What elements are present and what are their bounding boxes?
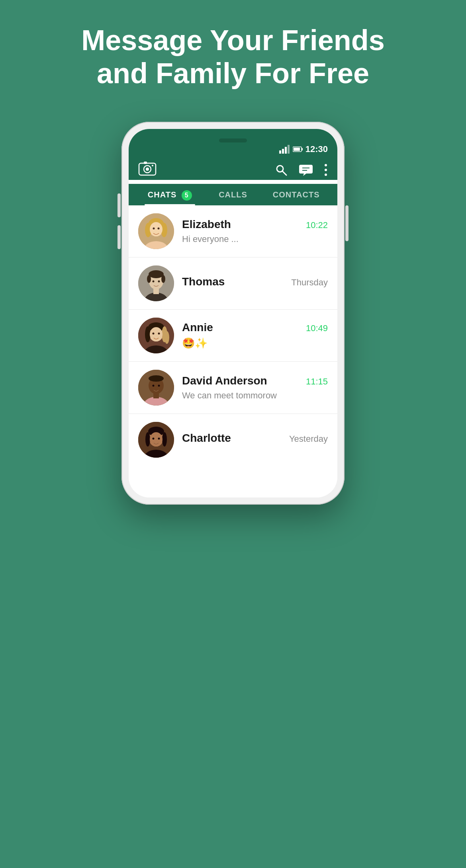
phone-screen: 12:30 xyxy=(129,129,337,497)
chat-item-elizabeth[interactable]: Elizabeth 10:22 Hi everyone ... xyxy=(129,205,337,257)
svg-point-53 xyxy=(158,384,160,386)
svg-rect-3 xyxy=(288,145,290,154)
svg-point-11 xyxy=(152,165,153,166)
svg-rect-30 xyxy=(153,289,159,294)
battery-icon xyxy=(293,146,303,152)
app-logo xyxy=(138,160,157,180)
svg-point-59 xyxy=(162,432,167,447)
svg-point-36 xyxy=(158,280,160,282)
avatar-david xyxy=(138,370,174,406)
avatar-thomas xyxy=(138,265,174,301)
chat-time: Yesterday xyxy=(289,434,328,444)
svg-line-13 xyxy=(282,171,286,175)
chat-preview: 🤩✨ xyxy=(182,337,328,349)
avatar-elizabeth xyxy=(138,213,174,249)
headline-line2: and Family For Free xyxy=(97,57,369,89)
svg-point-45 xyxy=(153,332,155,334)
chat-name: Annie xyxy=(182,321,213,334)
svg-point-27 xyxy=(158,227,160,229)
svg-point-41 xyxy=(145,326,151,342)
search-icon[interactable] xyxy=(274,163,288,177)
svg-rect-0 xyxy=(279,150,281,154)
chat-name-row: Annie 10:49 xyxy=(182,321,328,334)
svg-point-26 xyxy=(153,227,155,229)
chat-list: Elizabeth 10:22 Hi everyone ... xyxy=(129,205,337,466)
chat-preview: Hi everyone ... xyxy=(182,234,328,244)
chat-time: 11:15 xyxy=(306,376,328,387)
headline: Message Your Friends and Family For Free xyxy=(65,24,401,90)
avatar-charlotte xyxy=(138,422,174,458)
tab-calls[interactable]: CALLS xyxy=(202,184,265,205)
power-button xyxy=(345,205,349,241)
svg-point-58 xyxy=(145,432,150,447)
volume-up-button xyxy=(117,193,121,217)
svg-rect-6 xyxy=(294,148,300,151)
app-header xyxy=(129,156,337,180)
chat-info-annie: Annie 10:49 🤩✨ xyxy=(182,321,328,349)
svg-point-32 xyxy=(149,270,164,278)
chat-item-charlotte[interactable]: Charlotte Yesterday xyxy=(129,414,337,466)
chat-name: Thomas xyxy=(182,275,225,288)
chat-name-row: Elizabeth 10:22 xyxy=(182,218,328,231)
header-icons xyxy=(274,163,328,177)
svg-point-16 xyxy=(325,164,327,166)
svg-point-9 xyxy=(146,168,149,171)
signal-icon xyxy=(279,145,290,154)
chat-icon[interactable] xyxy=(299,163,313,177)
svg-point-62 xyxy=(158,437,160,439)
chat-item-annie[interactable]: Annie 10:49 🤩✨ xyxy=(129,310,337,362)
chat-info-david: David Anderson 11:15 We can meet tommoro… xyxy=(182,375,328,401)
volume-down-button xyxy=(117,225,121,249)
chat-item-thomas[interactable]: Thomas Thursday xyxy=(129,257,337,310)
avatar-annie xyxy=(138,318,174,353)
chat-name-row: David Anderson 11:15 xyxy=(182,375,328,387)
chat-name: Elizabeth xyxy=(182,218,231,231)
svg-point-18 xyxy=(325,174,327,176)
chat-preview: We can meet tommorow xyxy=(182,390,328,401)
chat-time: 10:49 xyxy=(306,323,328,334)
svg-rect-1 xyxy=(282,149,284,154)
svg-point-52 xyxy=(153,384,155,386)
svg-point-61 xyxy=(153,437,155,439)
svg-point-33 xyxy=(147,275,151,283)
more-vert-icon[interactable] xyxy=(324,163,328,177)
svg-rect-10 xyxy=(144,162,147,164)
status-icons: 12:30 xyxy=(279,144,328,154)
tab-contacts[interactable]: CONTACTS xyxy=(264,184,328,205)
headline-line1: Message Your Friends xyxy=(81,24,385,56)
chat-info-thomas: Thomas Thursday xyxy=(182,275,328,291)
svg-point-51 xyxy=(149,375,164,382)
chats-badge: 5 xyxy=(182,190,192,201)
chat-info-elizabeth: Elizabeth 10:22 Hi everyone ... xyxy=(182,218,328,244)
status-bar: 12:30 xyxy=(129,141,337,156)
svg-rect-2 xyxy=(285,147,287,154)
chat-name-row: Charlotte Yesterday xyxy=(182,432,328,445)
svg-point-43 xyxy=(164,331,169,344)
chat-name: Charlotte xyxy=(182,432,231,445)
chat-name-row: Thomas Thursday xyxy=(182,275,328,288)
chat-name: David Anderson xyxy=(182,375,267,387)
tab-bar: CHATS 5 CALLS CONTACTS xyxy=(129,184,337,205)
phone-mockup: 12:30 xyxy=(121,122,345,798)
svg-point-34 xyxy=(161,275,165,283)
chat-item-david[interactable]: David Anderson 11:15 We can meet tommoro… xyxy=(129,362,337,414)
tab-chats[interactable]: CHATS 5 xyxy=(138,184,202,205)
status-time: 12:30 xyxy=(305,144,328,154)
svg-point-17 xyxy=(325,169,327,171)
chat-time: 10:22 xyxy=(306,220,328,230)
svg-point-35 xyxy=(153,280,155,282)
speaker xyxy=(219,138,247,142)
chat-time: Thursday xyxy=(291,277,328,288)
svg-rect-5 xyxy=(302,148,303,150)
chat-info-charlotte: Charlotte Yesterday xyxy=(182,432,328,448)
svg-point-46 xyxy=(158,332,160,334)
bottom-space xyxy=(129,466,337,497)
